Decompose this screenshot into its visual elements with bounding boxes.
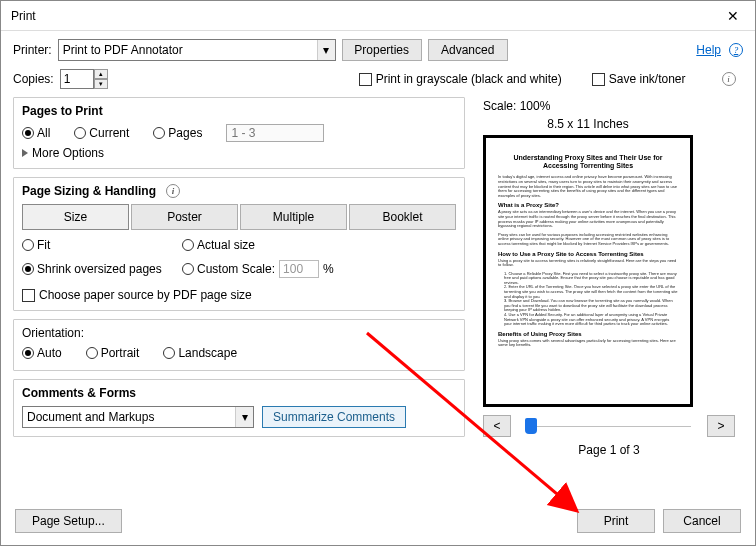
page-slider[interactable]: [517, 424, 701, 428]
copies-input[interactable]: [60, 69, 94, 89]
pages-range-input[interactable]: [226, 124, 324, 142]
choose-paper-checkbox[interactable]: Choose paper source by PDF page size: [22, 288, 252, 302]
footer: Page Setup... Print Cancel: [1, 499, 755, 545]
landscape-radio[interactable]: Landscape: [163, 346, 237, 360]
page-setup-button[interactable]: Page Setup...: [15, 509, 122, 533]
pages-current-radio[interactable]: Current: [74, 126, 129, 140]
page-preview: Understanding Proxy Sites and Their Use …: [483, 135, 693, 407]
actual-size-radio[interactable]: Actual size: [182, 238, 342, 252]
poster-tab[interactable]: Poster: [131, 204, 238, 230]
custom-scale-input[interactable]: [279, 260, 319, 278]
comments-select[interactable]: Document and Markups ▾: [22, 406, 254, 428]
slider-thumb[interactable]: [525, 418, 537, 434]
copies-row: Copies: ▴ ▾ Print in grayscale (black an…: [1, 67, 755, 97]
page-sizing-group: Page Sizing & Handlingi Size Poster Mult…: [13, 177, 465, 311]
properties-button[interactable]: Properties: [342, 39, 422, 61]
help-link[interactable]: Help ?: [696, 43, 743, 57]
orientation-group: Orientation: Auto Portrait Landscape: [13, 319, 465, 371]
summarize-comments-button[interactable]: Summarize Comments: [262, 406, 406, 428]
chevron-down-icon: ▾: [235, 407, 253, 427]
title-bar: Print ✕: [1, 1, 755, 31]
sizing-title: Page Sizing & Handling: [22, 184, 156, 198]
print-dialog: Print ✕ Printer: Print to PDF Annotator …: [0, 0, 756, 546]
scale-label: Scale: 100%: [483, 99, 743, 113]
next-page-button[interactable]: >: [707, 415, 735, 437]
orientation-title: Orientation:: [22, 326, 456, 340]
copies-up[interactable]: ▴: [94, 69, 108, 79]
comments-title: Comments & Forms: [22, 386, 456, 400]
portrait-radio[interactable]: Portrait: [86, 346, 140, 360]
help-icon: ?: [729, 43, 743, 57]
custom-scale-radio[interactable]: Custom Scale: %: [182, 260, 334, 278]
auto-radio[interactable]: Auto: [22, 346, 62, 360]
printer-select[interactable]: Print to PDF Annotator ▾: [58, 39, 336, 61]
page-indicator: Page 1 of 3: [483, 443, 735, 457]
save-ink-checkbox[interactable]: Save ink/toner: [592, 72, 686, 86]
window-title: Print: [11, 9, 713, 23]
info-icon[interactable]: i: [166, 184, 180, 198]
advanced-button[interactable]: Advanced: [428, 39, 508, 61]
dimensions-label: 8.5 x 11 Inches: [483, 117, 693, 131]
shrink-radio[interactable]: Shrink oversized pages: [22, 262, 182, 276]
preview-sub3: Benefits of Using Proxy Sites: [498, 331, 678, 337]
pages-to-print-group: Pages to Print All Current Pages More Op…: [13, 97, 465, 169]
preview-doc-title: Understanding Proxy Sites and Their Use …: [498, 154, 678, 169]
comments-group: Comments & Forms Document and Markups ▾ …: [13, 379, 465, 437]
close-button[interactable]: ✕: [713, 2, 753, 30]
info-icon[interactable]: i: [722, 72, 736, 86]
booklet-tab[interactable]: Booklet: [349, 204, 456, 230]
triangle-right-icon: [22, 149, 28, 157]
fit-radio[interactable]: Fit: [22, 238, 182, 252]
preview-sub1: What is a Proxy Site?: [498, 202, 678, 208]
copies-label: Copies:: [13, 72, 54, 86]
copies-down[interactable]: ▾: [94, 79, 108, 89]
printer-select-value: Print to PDF Annotator: [63, 43, 183, 57]
prev-page-button[interactable]: <: [483, 415, 511, 437]
chevron-down-icon: ▾: [317, 40, 335, 60]
printer-row: Printer: Print to PDF Annotator ▾ Proper…: [1, 31, 755, 67]
pages-range-radio[interactable]: Pages: [153, 126, 202, 140]
print-button[interactable]: Print: [577, 509, 655, 533]
pages-all-radio[interactable]: All: [22, 126, 50, 140]
multiple-tab[interactable]: Multiple: [240, 204, 347, 230]
size-tab[interactable]: Size: [22, 204, 129, 230]
more-options-toggle[interactable]: More Options: [22, 146, 456, 160]
pages-title: Pages to Print: [22, 104, 456, 118]
printer-label: Printer:: [13, 43, 52, 57]
preview-sub2: How to Use a Proxy Site to Access Torren…: [498, 251, 678, 257]
grayscale-checkbox[interactable]: Print in grayscale (black and white): [359, 72, 562, 86]
cancel-button[interactable]: Cancel: [663, 509, 741, 533]
preview-pane: Scale: 100% 8.5 x 11 Inches Understandin…: [483, 97, 743, 457]
